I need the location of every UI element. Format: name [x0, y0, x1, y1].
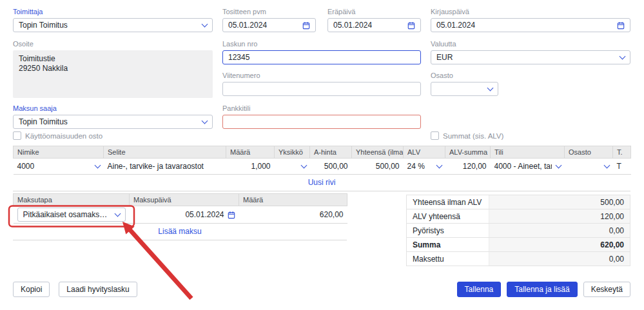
- add-payment-link[interactable]: Lisää maksu: [158, 227, 201, 236]
- item-unit-price-cell[interactable]: 500,00: [310, 159, 352, 175]
- totals-row-paid: Maksettu 0,00: [406, 251, 630, 266]
- payments-table: Maksutapa Maksupäivä Määrä Pitkäaikaiset…: [13, 193, 347, 224]
- line-item-row: 4000 Aine-, tarvike- ja tavaraostot 1,00…: [14, 159, 631, 175]
- due-date-group: Eräpäivä 05.01.2024: [327, 8, 421, 32]
- item-t-flag-cell: T: [613, 159, 631, 175]
- checkbox-icon: [13, 131, 21, 140]
- voucher-date-label: Tositteen pvm: [222, 8, 316, 15]
- calendar-icon[interactable]: [302, 21, 310, 30]
- payment-amount-cell[interactable]: 620,00: [239, 206, 347, 224]
- new-row-container: Uusi rivi: [13, 175, 630, 191]
- line-items-section: Nimike Selite Määrä Yksikkö A-hinta Yhte…: [13, 146, 630, 191]
- save-and-add-button[interactable]: Tallenna ja lisää: [507, 282, 577, 297]
- totals-value: 500,00: [489, 195, 630, 209]
- voucher-date-group: Tositteen pvm 05.01.2024: [222, 8, 316, 32]
- col-header-maksutapa: Maksutapa: [14, 194, 130, 206]
- reference-number-group: Viitenumero: [222, 72, 421, 96]
- left-actions: Kopioi Laadi hyvityslasku: [13, 282, 137, 297]
- col-header-yhteensa: Yhteensä (ilman ...: [352, 146, 404, 159]
- payee-select[interactable]: Topin Toimitus: [13, 115, 213, 129]
- calendar-icon[interactable]: [407, 21, 415, 30]
- calendar-icon[interactable]: [617, 21, 625, 30]
- item-account-value: 4000 - Aineet, tarvikkeet ja t: [494, 162, 552, 171]
- posting-date-value: 05.01.2024: [436, 21, 475, 30]
- col-header-yksikko: Yksikkö: [275, 146, 310, 159]
- voucher-date-value: 05.01.2024: [228, 21, 267, 30]
- asset-purchase-checkbox-label: Käyttöomaisuuden osto: [25, 132, 102, 140]
- reference-number-input[interactable]: [222, 82, 421, 96]
- col-header-payment-maara: Määrä: [239, 194, 347, 206]
- invoice-number-input[interactable]: [222, 50, 421, 64]
- totals-row-vat: ALV yhteensä 120,00: [406, 209, 630, 224]
- posting-date-field[interactable]: 05.01.2024: [431, 18, 630, 32]
- currency-label: Valuutta: [431, 40, 630, 48]
- payments-header-row: Maksutapa Maksupäivä Määrä: [14, 194, 347, 206]
- item-code-select[interactable]: 4000: [17, 160, 100, 173]
- item-vat-amount-cell: 120,00: [445, 159, 491, 175]
- supplier-value: Topin Toimitus: [19, 21, 68, 30]
- address-box[interactable]: Toimitustie 29250 Nakkila: [13, 50, 213, 98]
- copy-button[interactable]: Kopioi: [13, 282, 50, 297]
- payment-method-select[interactable]: Pitkäaikaiset osamaksuvelat: [17, 208, 126, 222]
- address-label: Osoite: [13, 40, 213, 48]
- chevron-down-icon: [202, 118, 208, 124]
- col-header-maara: Määrä: [226, 146, 275, 159]
- item-vat-select[interactable]: 24 %: [407, 160, 442, 173]
- department-group: Osasto: [431, 72, 498, 96]
- item-quantity-cell[interactable]: 1,000: [226, 159, 275, 175]
- payee-value: Topin Toimitus: [19, 117, 68, 126]
- calendar-icon[interactable]: [228, 211, 235, 219]
- department-label: Osasto: [431, 72, 498, 79]
- due-date-value: 05.01.2024: [333, 21, 372, 30]
- chevron-down-icon: [94, 162, 101, 169]
- col-header-tili: Tili: [491, 146, 565, 159]
- cancel-button[interactable]: Keskeytä: [583, 282, 630, 297]
- item-unit-select[interactable]: [278, 160, 306, 173]
- posting-date-label: Kirjauspäivä: [431, 8, 630, 15]
- chevron-down-icon: [436, 162, 442, 169]
- line-items-header-row: Nimike Selite Määrä Yksikkö A-hinta Yhte…: [14, 146, 631, 159]
- item-description-cell[interactable]: Aine-, tarvike- ja tavaraostot: [104, 159, 226, 175]
- chevron-down-icon: [487, 85, 494, 92]
- payment-method-value: Pitkäaikaiset osamaksuvelat: [23, 210, 112, 219]
- totals-row-sum: Summa 620,00: [406, 237, 630, 252]
- item-account-select[interactable]: 4000 - Aineet, tarvikkeet ja t: [494, 160, 561, 173]
- checkbox-icon: [431, 131, 439, 140]
- item-total-excl-vat-cell: 500,00: [352, 159, 404, 175]
- item-vat-value: 24 %: [407, 162, 425, 171]
- right-actions: Tallenna Tallenna ja lisää Keskeytä: [457, 282, 630, 297]
- chevron-down-icon: [300, 162, 307, 169]
- purchase-invoice-form: Toimittaja Topin Toimitus Tositteen pvm …: [0, 0, 644, 310]
- currency-select[interactable]: EUR: [431, 50, 630, 64]
- amounts-incl-vat-checkbox-label: Summat (sis. ALV): [443, 132, 503, 140]
- payment-row: Pitkäaikaiset osamaksuvelat 05.01.2024 6…: [14, 206, 347, 224]
- address-group: Osoite Toimitustie 29250 Nakkila: [13, 40, 213, 98]
- col-header-t: T.: [613, 146, 631, 159]
- payment-date-field[interactable]: 05.01.2024: [133, 210, 235, 219]
- asset-purchase-checkbox[interactable]: Käyttöomaisuuden osto: [13, 131, 102, 140]
- new-row-link[interactable]: Uusi rivi: [308, 178, 336, 187]
- supplier-field-group: Toimittaja Topin Toimitus: [13, 8, 213, 32]
- totals-value: 120,00: [489, 209, 630, 223]
- amounts-incl-vat-checkbox[interactable]: Summat (sis. ALV): [431, 131, 503, 140]
- col-header-nimike: Nimike: [14, 146, 104, 159]
- item-code-value: 4000: [17, 162, 35, 171]
- bank-account-label: Pankkitili: [222, 104, 421, 112]
- currency-group: Valuutta EUR: [431, 40, 630, 64]
- chevron-down-icon: [603, 162, 610, 169]
- chevron-down-icon: [620, 53, 626, 60]
- credit-note-button[interactable]: Laadi hyvityslasku: [59, 282, 137, 297]
- col-header-a-hinta: A-hinta: [310, 146, 352, 159]
- save-button[interactable]: Tallenna: [457, 282, 502, 297]
- item-department-select[interactable]: [569, 160, 609, 173]
- department-select[interactable]: [431, 82, 498, 96]
- bank-account-input[interactable]: [222, 115, 421, 129]
- col-header-alv-summa: ALV-summa: [445, 146, 491, 159]
- currency-value: EUR: [436, 53, 453, 62]
- payment-date-value: 05.01.2024: [185, 210, 224, 219]
- voucher-date-field[interactable]: 05.01.2024: [222, 18, 316, 32]
- due-date-field[interactable]: 05.01.2024: [327, 18, 421, 32]
- chevron-down-icon: [114, 211, 121, 217]
- totals-row-excl-vat: Yhteensä ilman ALV 500,00: [406, 195, 630, 209]
- supplier-select[interactable]: Topin Toimitus: [13, 18, 213, 32]
